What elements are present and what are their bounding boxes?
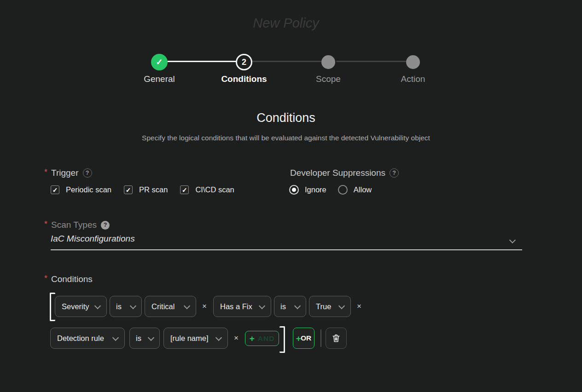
checkbox-label: PR scan	[139, 185, 168, 194]
field-dropdown[interactable]: Severity	[55, 296, 107, 317]
scan-types-label: Scan Types	[51, 220, 97, 230]
plus-icon: +	[250, 334, 255, 343]
checkbox-cicd-scan[interactable]: ✓ CI\CD scan	[180, 185, 234, 194]
dropdown-value: Has a Fix	[220, 302, 252, 311]
value-dropdown[interactable]: [rule name]	[163, 328, 228, 349]
radio-label: Allow	[354, 185, 372, 194]
radio-unselected-icon[interactable]	[338, 185, 348, 195]
checkbox-checked-icon[interactable]: ✓	[180, 185, 189, 194]
checkbox-checked-icon[interactable]: ✓	[51, 185, 59, 194]
required-marker: *	[44, 219, 47, 229]
step-label-general[interactable]: General	[127, 74, 192, 84]
scan-types-value: IaC Misconfigurations	[51, 234, 135, 244]
chevron-down-icon	[215, 334, 222, 340]
chevron-down-icon	[94, 302, 101, 309]
chevron-down-icon	[148, 334, 154, 340]
value-dropdown[interactable]: Critical	[145, 296, 196, 317]
dropdown-value: [rule name]	[170, 334, 209, 343]
checkbox-label: Periodic scan	[66, 185, 111, 194]
help-icon[interactable]: ?	[83, 168, 92, 178]
developer-suppressions-options: Ignore Allow	[289, 185, 372, 195]
and-button-label: AND	[258, 334, 275, 343]
operator-dropdown[interactable]: is	[274, 296, 306, 317]
scan-types-select[interactable]: IaC Misconfigurations	[51, 232, 522, 250]
step-label-scope[interactable]: Scope	[296, 74, 361, 84]
group-close-bracket	[279, 326, 285, 353]
add-and-button[interactable]: + AND	[245, 331, 279, 346]
section-subtitle: Specify the logical conditions that will…	[0, 134, 572, 142]
trash-icon	[331, 333, 341, 343]
check-icon: ✓	[156, 57, 163, 67]
checkbox-checked-icon[interactable]: ✓	[124, 185, 133, 194]
dropdown-value: Severity	[62, 302, 89, 311]
conditions-label-row: * Conditions	[44, 274, 93, 284]
radio-label: Ignore	[305, 185, 326, 194]
trigger-label: Trigger	[51, 168, 78, 178]
remove-clause-button[interactable]: ×	[200, 296, 209, 317]
stepper-connector	[336, 61, 407, 62]
stepper-connector-done	[167, 61, 236, 62]
or-button-label: OR	[301, 334, 311, 342]
chevron-down-icon	[112, 334, 119, 340]
required-marker: *	[44, 274, 47, 283]
step-scope-indicator[interactable]	[321, 55, 335, 69]
conditions-label: Conditions	[51, 274, 93, 284]
field-dropdown[interactable]: Has a Fix	[213, 296, 271, 317]
step-action-indicator[interactable]	[406, 55, 420, 69]
chevron-down-icon	[294, 302, 301, 309]
dropdown-value: is	[280, 302, 286, 311]
developer-suppressions-label-row: Developer Suppressions ?	[290, 168, 399, 178]
radio-selected-icon[interactable]	[289, 185, 299, 195]
chevron-down-icon	[184, 302, 190, 309]
chevron-down-icon	[509, 237, 516, 243]
trigger-label-row: * Trigger ?	[44, 168, 92, 178]
delete-group-button[interactable]	[326, 328, 347, 349]
required-marker: *	[44, 167, 47, 177]
operator-dropdown[interactable]: is	[110, 296, 142, 317]
field-dropdown[interactable]: Detection rule	[50, 328, 125, 349]
step-number: 2	[242, 58, 246, 67]
dropdown-value: is	[136, 334, 141, 343]
page-title: New Policy	[0, 16, 572, 31]
radio-allow[interactable]: Allow	[338, 185, 372, 195]
checkbox-label: CI\CD scan	[195, 185, 234, 194]
checkbox-periodic-scan[interactable]: ✓ Periodic scan	[51, 185, 111, 194]
chevron-down-icon	[130, 302, 136, 309]
developer-suppressions-label: Developer Suppressions	[290, 168, 385, 178]
step-label-conditions[interactable]: Conditions	[212, 74, 276, 84]
dropdown-value: Critical	[151, 302, 175, 311]
help-icon[interactable]: ?	[390, 168, 399, 178]
divider	[320, 329, 321, 347]
operator-dropdown[interactable]: is	[129, 328, 160, 349]
remove-clause-button[interactable]: ×	[232, 328, 241, 349]
add-or-button[interactable]: + OR	[293, 328, 314, 349]
step-conditions-indicator[interactable]: 2	[236, 54, 252, 70]
dropdown-value: is	[116, 302, 122, 311]
step-general-indicator[interactable]: ✓	[151, 54, 168, 70]
help-icon[interactable]: ?	[101, 221, 110, 230]
step-label-action[interactable]: Action	[381, 74, 445, 84]
dropdown-value: Detection rule	[57, 334, 104, 343]
remove-clause-button[interactable]: ×	[355, 296, 364, 317]
trigger-options: ✓ Periodic scan ✓ PR scan ✓ CI\CD scan	[51, 185, 234, 194]
scan-types-label-row: * Scan Types ?	[44, 220, 110, 230]
value-dropdown[interactable]: True	[309, 296, 351, 317]
chevron-down-icon	[338, 302, 345, 309]
stepper-connector	[252, 61, 322, 62]
section-title: Conditions	[0, 111, 572, 125]
radio-ignore[interactable]: Ignore	[289, 185, 326, 195]
checkbox-pr-scan[interactable]: ✓ PR scan	[124, 185, 168, 194]
dropdown-value: True	[316, 302, 331, 311]
chevron-down-icon	[259, 302, 265, 309]
